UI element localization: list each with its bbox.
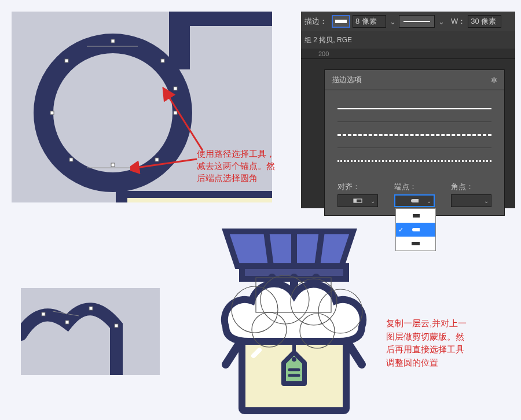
svg-rect-11: [155, 158, 159, 161]
ruler-mark: 200: [318, 50, 329, 57]
corner-column: 角点： ⌄: [451, 182, 491, 207]
chevron-down-icon: ⌄: [484, 198, 489, 204]
annotation-text-1: 使用路径选择工具， 减去这两个锚点。然 后端点选择圆角: [197, 148, 289, 184]
cap-column: 端点： ⌄ ✓: [394, 182, 435, 207]
gear-icon[interactable]: ✲: [491, 76, 497, 84]
width-label: W：: [451, 16, 465, 27]
align-select[interactable]: ⌄: [337, 194, 378, 207]
stroke-style-solid[interactable]: [337, 98, 491, 119]
svg-rect-2: [127, 198, 272, 202]
cap-option-butt[interactable]: [396, 209, 435, 223]
svg-rect-24: [65, 320, 69, 324]
svg-rect-9: [111, 163, 115, 167]
stroke-size-input[interactable]: 8 像素: [353, 15, 386, 28]
corner-label: 角点：: [451, 182, 491, 192]
svg-rect-4: [65, 59, 68, 62]
svg-rect-22: [412, 242, 420, 245]
svg-rect-21: [414, 228, 420, 231]
layer-breadcrumb: 组 2 拷贝, RGE: [301, 31, 515, 49]
stroke-label: 描边：: [304, 16, 327, 27]
svg-rect-7: [50, 111, 54, 115]
svg-rect-23: [42, 312, 45, 316]
check-icon: ✓: [398, 226, 403, 234]
annotation-text-2: 复制一层云,并对上一 图层做剪切蒙版。然 后再用直接选择工具 调整圆的位置: [386, 317, 479, 369]
svg-rect-6: [174, 87, 177, 90]
svg-rect-18: [354, 199, 357, 202]
corner-select[interactable]: ⌄: [451, 194, 491, 207]
layer-name: 组 2 拷贝, RGE: [304, 35, 352, 45]
cloud-box-illustration: [191, 220, 388, 417]
canvas-cloud-path: [21, 288, 160, 375]
svg-point-39: [292, 357, 296, 362]
stroke-style-dashed[interactable]: [337, 124, 491, 145]
svg-rect-26: [115, 324, 118, 327]
stroke-style-list: [324, 90, 505, 176]
dropdown-chevron-icon[interactable]: ⌄: [437, 17, 445, 26]
stroke-options-title: 描边选项: [332, 75, 362, 85]
cap-label: 端点：: [394, 182, 435, 192]
stroke-toolbar: 描边： 8 像素 ⌄ ⌄ W： 30 像素: [301, 12, 515, 31]
svg-rect-10: [69, 158, 73, 161]
dropdown-chevron-icon[interactable]: ⌄: [388, 17, 397, 26]
annotation-line: 使用路径选择工具，: [197, 148, 289, 160]
align-column: 对齐： ⌄: [337, 182, 378, 207]
svg-rect-20: [413, 214, 420, 218]
chevron-down-icon: ⌄: [427, 198, 431, 204]
svg-point-0: [43, 43, 182, 182]
annotation-line: 减去这两个锚点。然: [197, 160, 289, 172]
cap-option-round[interactable]: ✓: [396, 223, 435, 237]
svg-rect-8: [174, 111, 177, 115]
stroke-color-swatch[interactable]: [332, 15, 350, 28]
cap-select[interactable]: ⌄ ✓: [394, 194, 435, 207]
stroke-options-panel: 描边： 8 像素 ⌄ ⌄ W： 30 像素 组 2 拷贝, RGE 200 描边…: [301, 12, 515, 208]
align-label: 对齐：: [337, 182, 378, 192]
annotation-line: 复制一层云,并对上一: [386, 317, 479, 330]
cap-dropdown: ✓: [395, 208, 436, 251]
annotation-line: 后再用直接选择工具: [386, 343, 479, 356]
canvas-ruler: 200: [301, 49, 515, 59]
stroke-style-dotted[interactable]: [337, 150, 491, 171]
stroke-width-input[interactable]: 30 像素: [468, 15, 501, 28]
svg-rect-3: [111, 39, 115, 43]
annotation-line: 调整圆的位置: [386, 356, 479, 370]
svg-rect-25: [89, 307, 93, 310]
annotation-line: 后端点选择圆角: [197, 172, 289, 184]
stroke-align-row: 对齐： ⌄ 端点： ⌄ ✓: [324, 176, 505, 216]
stroke-options-header: 描边选项 ✲: [324, 69, 505, 90]
chevron-down-icon: ⌄: [370, 198, 375, 204]
svg-rect-5: [161, 59, 164, 62]
annotation-line: 图层做剪切蒙版。然: [386, 330, 479, 344]
stroke-style-preview[interactable]: [399, 15, 435, 28]
cap-option-square[interactable]: [396, 237, 435, 250]
svg-rect-19: [413, 199, 419, 202]
